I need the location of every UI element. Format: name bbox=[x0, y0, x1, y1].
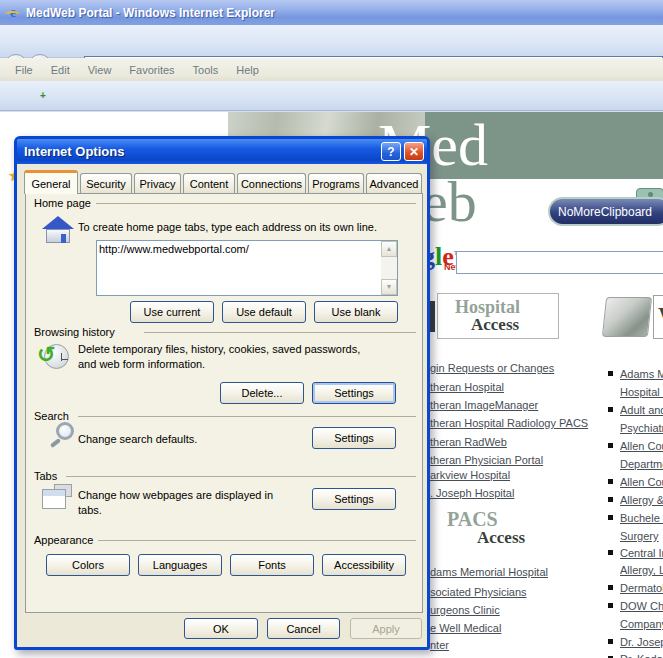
list-item[interactable]: Central In bbox=[608, 543, 663, 561]
link-adams-memorial[interactable]: dams Memorial Hospital bbox=[430, 566, 548, 578]
cancel-button[interactable]: Cancel bbox=[267, 618, 340, 639]
link-well-medical[interactable]: e Well Medical bbox=[430, 622, 501, 634]
dir-link[interactable]: Company bbox=[620, 618, 663, 630]
list-item[interactable]: Adams Me bbox=[608, 364, 663, 382]
scroll-down-icon[interactable]: ▼ bbox=[381, 279, 397, 295]
section-divider bbox=[66, 476, 416, 477]
list-item[interactable]: DOW Che bbox=[608, 596, 663, 614]
browsing-history-description: Delete temporary files, history, cookies… bbox=[78, 342, 398, 372]
use-blank-button[interactable]: Use blank bbox=[314, 301, 398, 323]
menu-edit[interactable]: Edit bbox=[42, 64, 79, 76]
list-item[interactable]: Company bbox=[620, 614, 663, 632]
dir-link[interactable]: Dr. Kadam bbox=[620, 653, 663, 658]
browsing-history-section-label: Browsing history bbox=[34, 326, 115, 338]
list-item[interactable]: Surgery bbox=[620, 526, 659, 544]
web-access-photo-icon bbox=[602, 297, 652, 337]
link-login-requests[interactable]: gin Requests or Changes bbox=[430, 362, 554, 374]
link-lutheran-radiology-pacs[interactable]: theran Hospital Radiology PACS bbox=[430, 417, 588, 429]
link-lutheran-hospital[interactable]: theran Hospital bbox=[430, 381, 504, 393]
tab-general[interactable]: General bbox=[24, 170, 78, 194]
menu-tools[interactable]: Tools bbox=[184, 64, 228, 76]
tab-programs[interactable]: Programs bbox=[308, 173, 364, 193]
dir-link[interactable]: Dermatolo bbox=[620, 582, 663, 594]
list-item[interactable]: Adult and bbox=[608, 400, 663, 418]
dialog-help-button[interactable]: ? bbox=[381, 142, 401, 161]
list-item[interactable]: Departmen bbox=[620, 454, 663, 472]
tabs-settings-button[interactable]: Settings bbox=[312, 488, 396, 510]
list-item[interactable]: Psychiatry bbox=[620, 418, 663, 436]
ok-button[interactable]: OK bbox=[184, 618, 258, 639]
dir-link[interactable]: Allergy & bbox=[620, 494, 663, 506]
link-st-joseph-hospital[interactable]: . Joseph Hospital bbox=[430, 487, 514, 499]
dir-link[interactable]: Allen Cou bbox=[620, 440, 663, 452]
dir-link[interactable]: Adult and bbox=[620, 404, 663, 416]
dir-link[interactable]: Hospital HI bbox=[620, 386, 663, 398]
list-item[interactable]: Dermatolo bbox=[608, 578, 663, 596]
nomoreclipboard-badge[interactable]: NoMoreClipboard bbox=[548, 197, 663, 226]
list-item[interactable]: Buchele F bbox=[608, 508, 663, 526]
browsing-history-settings-button[interactable]: Settings bbox=[312, 382, 396, 404]
tab-security[interactable]: Security bbox=[80, 173, 132, 193]
bullet-icon bbox=[608, 639, 613, 644]
list-item[interactable]: Dr. Kadam bbox=[608, 649, 663, 658]
tabs-section-label: Tabs bbox=[34, 470, 57, 482]
menu-view[interactable]: View bbox=[79, 64, 121, 76]
colors-button[interactable]: Colors bbox=[46, 554, 130, 576]
home-page-address-area[interactable]: http://www.medwebportal.com/ ▲ ▼ bbox=[96, 240, 398, 296]
section-divider bbox=[78, 416, 416, 417]
search-settings-button[interactable]: Settings bbox=[312, 427, 396, 449]
fonts-button[interactable]: Fonts bbox=[230, 554, 314, 576]
textarea-scrollbar[interactable]: ▲ ▼ bbox=[381, 241, 397, 295]
link-lutheran-imagemanager[interactable]: theran ImageManager bbox=[430, 399, 538, 411]
tab-privacy[interactable]: Privacy bbox=[134, 173, 181, 193]
pacs-access-word2: Access bbox=[477, 528, 525, 548]
menu-bar: File Edit View Favorites Tools Help bbox=[0, 58, 663, 81]
home-page-instruction: To create home page tabs, type each addr… bbox=[78, 220, 408, 235]
dir-link[interactable]: Dr. Joseph bbox=[620, 636, 663, 648]
menu-help[interactable]: Help bbox=[227, 64, 268, 76]
tab-advanced[interactable]: Advanced bbox=[366, 173, 422, 193]
bullet-icon bbox=[608, 371, 613, 376]
menu-file[interactable]: File bbox=[6, 64, 42, 76]
delete-button[interactable]: Delete... bbox=[220, 382, 304, 404]
tab-connections[interactable]: Connections bbox=[237, 173, 306, 193]
dir-link[interactable]: Buchele F bbox=[620, 512, 663, 524]
link-associated-physicians[interactable]: sociated Physicians bbox=[430, 586, 527, 598]
accessibility-button[interactable]: Accessibility bbox=[322, 554, 406, 576]
search-section-label: Search bbox=[34, 410, 69, 422]
history-desc-line1: Delete temporary files, history, cookies… bbox=[78, 343, 360, 355]
dir-link[interactable]: Allen Cou bbox=[620, 476, 663, 488]
use-default-button[interactable]: Use default bbox=[222, 301, 306, 323]
dir-link[interactable]: Psychiatry bbox=[620, 422, 663, 434]
dir-link[interactable]: Central In bbox=[620, 547, 663, 559]
list-item[interactable]: Allen Cou bbox=[608, 472, 663, 490]
menu-favorites[interactable]: Favorites bbox=[120, 64, 183, 76]
link-center[interactable]: nter bbox=[430, 639, 449, 651]
tabs-desc-line1: Change how webpages are displayed in bbox=[78, 489, 273, 501]
languages-button[interactable]: Languages bbox=[138, 554, 222, 576]
tab-content[interactable]: Content bbox=[183, 173, 235, 193]
dir-link[interactable]: DOW Che bbox=[620, 600, 663, 612]
list-item[interactable]: Allergy & bbox=[608, 490, 663, 508]
dir-link[interactable]: Adams Me bbox=[620, 368, 663, 380]
dialog-titlebar[interactable]: Internet Options bbox=[17, 139, 427, 164]
list-item[interactable]: Hospital HI bbox=[620, 382, 663, 400]
list-item[interactable]: Allergy, LL bbox=[620, 560, 663, 578]
list-item[interactable]: Dr. Joseph bbox=[608, 632, 663, 650]
use-current-button[interactable]: Use current bbox=[130, 301, 214, 323]
dir-link[interactable]: Surgery bbox=[620, 530, 659, 542]
bullet-icon bbox=[608, 550, 613, 555]
dir-link[interactable]: Allergy, LL bbox=[620, 564, 663, 576]
list-item[interactable]: Allen Cou bbox=[608, 436, 663, 454]
link-surgeons-clinic[interactable]: urgeons Clinic bbox=[430, 604, 500, 616]
bullet-icon bbox=[608, 603, 613, 608]
home-page-address-textarea[interactable]: http://www.medwebportal.com/ bbox=[99, 243, 379, 293]
scroll-up-icon[interactable]: ▲ bbox=[381, 241, 397, 257]
link-lutheran-radweb[interactable]: theran RadWeb bbox=[430, 436, 507, 448]
link-lutheran-physician-portal[interactable]: theran Physician Portal bbox=[430, 454, 543, 466]
tabs-icon bbox=[42, 484, 76, 514]
site-search-input[interactable] bbox=[456, 251, 663, 274]
dir-link[interactable]: Departmen bbox=[620, 458, 663, 470]
link-parkview-hospital[interactable]: arkview Hospital bbox=[430, 469, 510, 481]
dialog-close-button[interactable]: ✕ bbox=[404, 142, 424, 161]
